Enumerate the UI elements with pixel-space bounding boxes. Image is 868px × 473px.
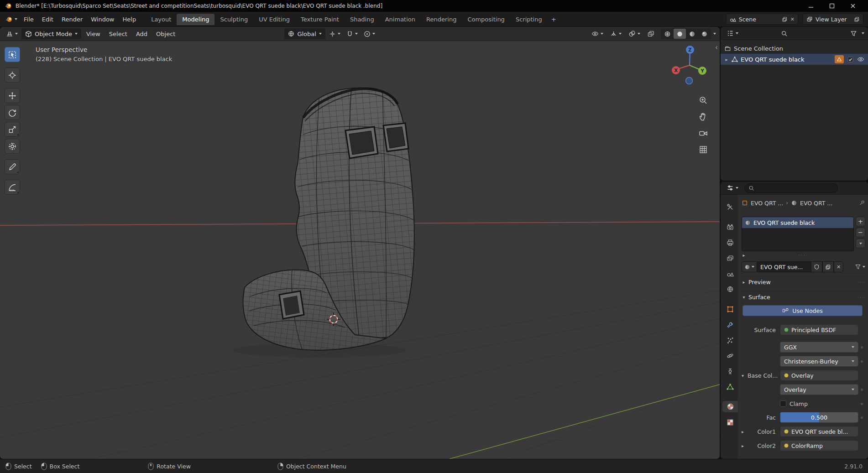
tab-render[interactable] [722, 221, 738, 233]
unlink-scene-icon[interactable]: ✕ [790, 17, 795, 22]
transform-tool-button[interactable] [5, 139, 20, 154]
material-slot-list[interactable]: EVO QRT suede black [742, 217, 854, 251]
search-input[interactable] [744, 183, 838, 193]
seat-model[interactable] [243, 88, 414, 350]
view-layer-selector[interactable]: View Layer [803, 14, 863, 25]
sidebar-toggle-icon[interactable]: ‹ [715, 43, 718, 52]
clamp-checkbox[interactable] [780, 400, 786, 407]
menu-select[interactable]: Select [105, 29, 131, 39]
overlays-toggle-button[interactable] [626, 29, 643, 39]
editor-type-button[interactable] [4, 29, 20, 39]
tab-tool[interactable] [722, 201, 738, 213]
menu-render[interactable]: Render [58, 15, 87, 24]
tab-uv-editing[interactable]: UV Editing [253, 14, 295, 25]
color1-node-button[interactable]: EVO QRT suede bl... [780, 426, 858, 437]
new-view-layer-icon[interactable] [854, 16, 860, 22]
tab-object-data[interactable] [722, 381, 738, 392]
tab-sculpting[interactable]: Sculpting [214, 14, 253, 25]
camera-view-icon[interactable] [698, 128, 708, 138]
annotate-tool-button[interactable] [5, 159, 20, 174]
blend-mode-dropdown[interactable]: Overlay [780, 384, 858, 395]
tab-rendering[interactable]: Rendering [421, 14, 462, 25]
subsurface-method-dropdown[interactable]: Christensen-Burley [780, 356, 858, 367]
tab-physics[interactable] [722, 350, 738, 361]
tab-compositing[interactable]: Compositing [462, 14, 510, 25]
tab-scene[interactable] [722, 268, 738, 279]
list-filter-expand-icon[interactable]: ▸ [742, 253, 746, 258]
new-material-button[interactable] [822, 261, 834, 272]
select-box-tool-button[interactable] [5, 47, 20, 62]
tab-view-layer[interactable] [722, 252, 738, 264]
snap-button[interactable] [344, 29, 360, 39]
unlink-material-button[interactable]: ✕ [834, 261, 843, 272]
pivot-point-button[interactable] [327, 29, 343, 39]
expand-icon[interactable]: ▸ [724, 57, 729, 62]
move-tool-button[interactable] [5, 88, 20, 103]
breadcrumb-object[interactable]: EVO QRT ... [751, 200, 783, 207]
object-visibility-button[interactable] [589, 29, 606, 39]
tab-modeling[interactable]: Modeling [177, 14, 214, 25]
tab-layout[interactable]: Layout [146, 14, 177, 25]
pin-icon[interactable] [859, 200, 865, 206]
menu-help[interactable]: Help [119, 15, 141, 24]
tab-scripting[interactable]: Scripting [510, 14, 548, 25]
transform-orientation-selector[interactable]: Global [284, 28, 325, 39]
window-maximize-button[interactable] [821, 0, 842, 12]
menu-edit[interactable]: Edit [38, 15, 58, 24]
viewport-canvas[interactable] [0, 41, 720, 459]
browse-material-button[interactable] [742, 261, 757, 272]
gizmo-negative-z-axis[interactable] [686, 78, 693, 84]
material-slot-item[interactable]: EVO QRT suede black [742, 217, 853, 228]
preview-panel-header[interactable]: ▸ Preview ···· [742, 276, 865, 287]
fake-user-button[interactable] [811, 261, 822, 272]
tab-modifiers[interactable] [722, 319, 738, 330]
expand-icon[interactable]: ▸ [742, 429, 748, 434]
slot-specials-button[interactable] [856, 239, 865, 248]
window-minimize-button[interactable] [800, 0, 821, 12]
remove-slot-button[interactable]: − [856, 228, 865, 237]
color2-node-button[interactable]: ColorRamp [780, 440, 858, 451]
filter-icon[interactable] [855, 264, 861, 270]
tab-texture-paint[interactable]: Texture Paint [295, 14, 345, 25]
menu-window[interactable]: Window [87, 15, 118, 24]
tab-output[interactable] [722, 237, 738, 248]
tab-constraints[interactable] [722, 365, 738, 377]
surface-shader-button[interactable]: Principled BSDF [780, 324, 858, 335]
mesh-data-icon[interactable] [835, 55, 844, 63]
pan-hand-icon[interactable] [698, 112, 708, 122]
material-name-field[interactable]: EVO QRT sue... [757, 261, 811, 272]
shading-rendered-button[interactable] [698, 29, 711, 39]
cursor-tool-button[interactable] [5, 68, 20, 83]
shading-wireframe-button[interactable] [661, 29, 674, 39]
hide-eye-icon[interactable] [857, 56, 864, 63]
measure-tool-button[interactable] [5, 180, 20, 195]
selectable-checkbox[interactable] [847, 56, 854, 63]
use-nodes-button[interactable]: Use Nodes [743, 305, 863, 316]
tab-shading[interactable]: Shading [345, 14, 380, 25]
menu-object[interactable]: Object [152, 29, 179, 39]
list-resize-grip[interactable]: ▸ ···· [742, 252, 865, 258]
proportional-editing-button[interactable] [361, 29, 377, 39]
tab-particles[interactable] [722, 334, 738, 346]
panel-drag-grip[interactable]: ···· [858, 280, 865, 285]
tab-animation[interactable]: Animation [380, 14, 421, 25]
window-close-button[interactable] [842, 0, 863, 12]
breadcrumb-material[interactable]: EVO QRT ... [800, 200, 832, 207]
xray-toggle-button[interactable] [645, 29, 657, 39]
panel-drag-grip[interactable]: ···· [858, 295, 865, 300]
shading-solid-button[interactable] [674, 29, 686, 39]
menu-file[interactable]: File [20, 15, 38, 24]
app-menu-button[interactable] [3, 14, 20, 25]
fac-slider[interactable]: 0.500 [780, 412, 858, 423]
scale-tool-button[interactable] [5, 122, 20, 137]
rotate-tool-button[interactable] [5, 105, 20, 120]
tab-world[interactable] [722, 283, 738, 295]
base-color-node-button[interactable]: Overlay [780, 370, 858, 381]
search-icon[interactable] [781, 30, 788, 37]
zoom-icon[interactable] [698, 95, 708, 105]
tab-texture[interactable] [722, 416, 738, 428]
outliner-editor-type-button[interactable] [724, 28, 741, 38]
add-slot-button[interactable]: + [856, 217, 865, 226]
menu-add[interactable]: Add [132, 29, 151, 39]
surface-panel-header[interactable]: ▾ Surface ···· [742, 291, 865, 302]
